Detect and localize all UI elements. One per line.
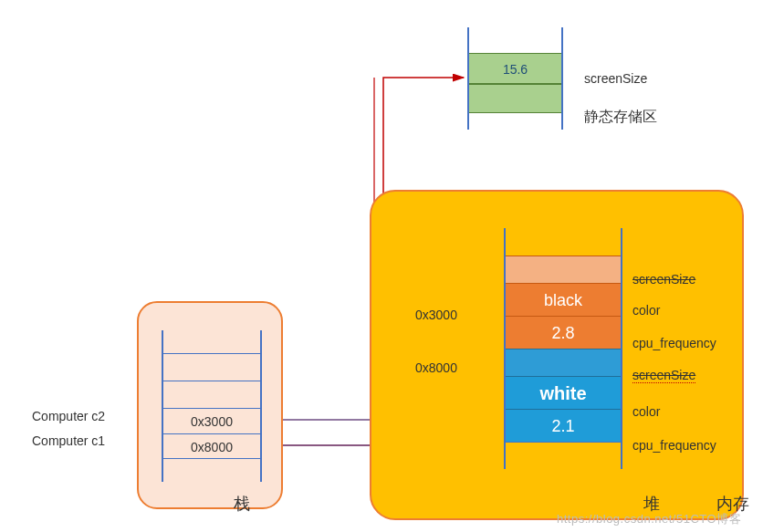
stack-area: 0x3000 0x8000 (137, 301, 283, 509)
label-screensize: screenSize (584, 71, 647, 86)
heap-empty-top (506, 228, 621, 256)
label-stack: 栈 (234, 493, 250, 515)
static-cell-empty2 (469, 84, 561, 113)
heap-obj2-screensize-label: screenSize (632, 368, 695, 383)
static-cell-screensize: 15.6 (469, 53, 561, 84)
heap-column: black 2.8 white 2.1 (504, 228, 622, 469)
stack-empty-2 (163, 381, 260, 408)
heap-obj2-color: white (506, 376, 621, 409)
label-static-storage-area: 静态存储区 (584, 108, 657, 127)
stack-cell-c2: 0x3000 (163, 408, 260, 433)
stack-column: 0x3000 0x8000 (162, 330, 262, 482)
heap-address-label-0x3000: 0x3000 (415, 308, 457, 322)
heap-obj1-cpufreq: 2.8 (506, 316, 621, 349)
stack-cell-c1: 0x8000 (163, 433, 260, 459)
label-computer-c1: Computer c1 (32, 433, 105, 448)
heap-obj2-cpufreq: 2.1 (506, 409, 621, 442)
heap-empty-bottom (506, 442, 621, 469)
label-computer-c2: Computer c2 (32, 409, 105, 423)
heap-address-label-0x8000: 0x8000 (415, 360, 457, 375)
heap-obj1-screensize-label: screenSize (632, 272, 695, 287)
static-column-frame: 15.6 (467, 27, 563, 130)
heap-obj1-color: black (506, 283, 621, 316)
static-storage-column: 15.6 (467, 27, 563, 130)
stack-empty-bottom (163, 459, 260, 482)
heap-obj2-screensize-slot (506, 349, 621, 376)
stack-empty-1 (163, 353, 260, 381)
static-cell-empty-top (469, 27, 561, 53)
watermark-text: https://blog.csdn.net/51CTO博客 (557, 511, 741, 527)
heap-obj1-cpufreq-label: cpu_frequency (632, 336, 716, 350)
stack-empty-0 (163, 330, 260, 353)
heap-obj2-color-label: color (632, 404, 660, 419)
heap-obj2-cpufreq-label: cpu_frequency (632, 438, 716, 453)
heap-obj1-color-label: color (632, 303, 660, 318)
heap-area: black 2.8 white 2.1 (370, 190, 744, 520)
static-cell-empty-bottom (469, 113, 561, 130)
heap-obj1-screensize-slot (506, 256, 621, 283)
